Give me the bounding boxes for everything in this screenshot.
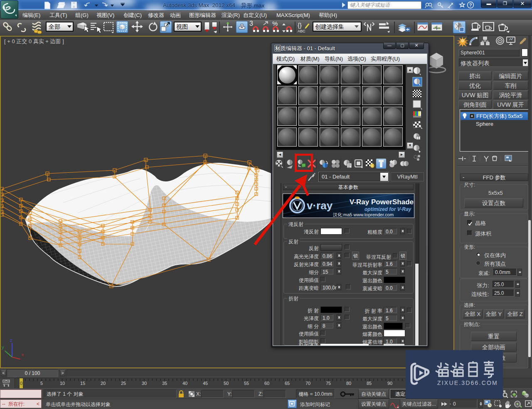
svg-text:3: 3 <box>249 20 253 27</box>
svg-text:70: 70 <box>305 381 310 386</box>
svg-text:汉化:ma5 www.toprender.com: 汉化:ma5 www.toprender.com <box>333 212 394 217</box>
svg-text:0: 0 <box>20 381 22 386</box>
svg-text:%: % <box>272 20 278 27</box>
svg-text:85: 85 <box>367 381 372 386</box>
svg-text:35: 35 <box>162 381 167 386</box>
svg-text:optimized for V-Ray: optimized for V-Ray <box>365 206 412 212</box>
svg-text:创建选择集: 创建选择集 <box>315 23 344 30</box>
svg-text:5: 5 <box>40 381 43 386</box>
svg-text:25: 25 <box>121 381 126 386</box>
svg-text:55: 55 <box>244 381 249 386</box>
svg-text:x: x <box>22 352 24 357</box>
svg-text:75: 75 <box>326 381 331 386</box>
svg-text:60: 60 <box>264 381 269 386</box>
svg-text:30: 30 <box>142 381 147 386</box>
svg-text:视图: 视图 <box>176 23 188 30</box>
svg-text:y: y <box>2 345 4 350</box>
svg-text:ABC: ABC <box>298 29 305 33</box>
svg-text:40: 40 <box>182 381 187 386</box>
svg-text:ZIXUE.3D66.COM: ZIXUE.3D66.COM <box>437 380 498 386</box>
svg-text:45: 45 <box>203 381 208 386</box>
svg-text:50: 50 <box>224 381 229 386</box>
svg-text:15: 15 <box>80 381 85 386</box>
svg-text:全部: 全部 <box>49 23 60 30</box>
svg-text:{}: {} <box>298 22 302 29</box>
svg-text:v·ray: v·ray <box>307 199 333 212</box>
svg-text:?: ? <box>469 2 472 7</box>
svg-text:V-Ray PowerShader: V-Ray PowerShader <box>350 198 414 206</box>
svg-text:z: z <box>10 338 12 343</box>
svg-text:80: 80 <box>346 381 351 386</box>
svg-text:90: 90 <box>387 381 392 386</box>
svg-text:10: 10 <box>60 381 65 386</box>
svg-text:65: 65 <box>285 381 290 386</box>
svg-text:20: 20 <box>101 381 106 386</box>
